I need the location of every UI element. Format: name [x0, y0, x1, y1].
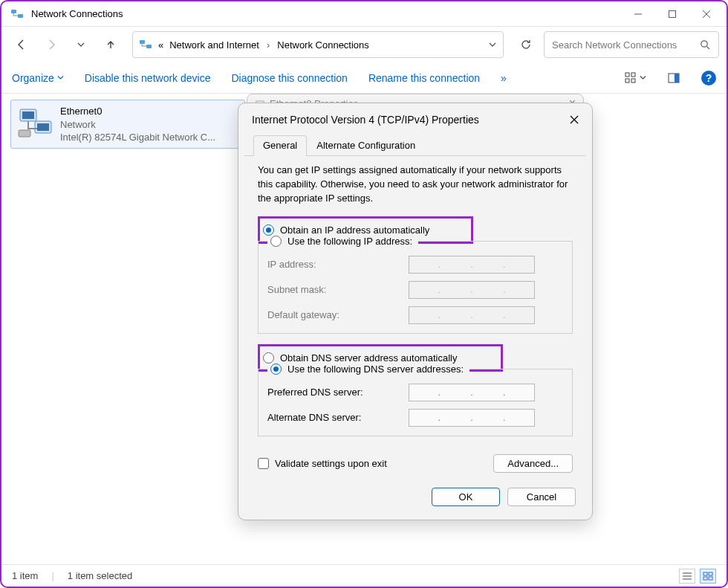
svg-rect-12: [625, 79, 629, 83]
adapter-text: Ethernet0 Network Intel(R) 82574L Gigabi…: [60, 105, 215, 143]
radio-ip-manual[interactable]: Use the following IP address:: [267, 234, 418, 248]
icons-view-button[interactable]: [700, 569, 716, 584]
refresh-button[interactable]: [513, 31, 539, 58]
forward-button[interactable]: [39, 32, 64, 57]
command-bar: Organize Disable this network device Dia…: [1, 62, 727, 94]
preview-pane-button[interactable]: [667, 71, 680, 85]
svg-point-8: [701, 40, 707, 46]
radio-dns-manual[interactable]: Use the following DNS server addresses:: [267, 362, 469, 376]
svg-rect-6: [140, 40, 145, 44]
input-alternate-dns[interactable]: ...: [409, 409, 535, 427]
window-title: Network Connections: [31, 8, 621, 19]
svg-rect-30: [703, 572, 707, 575]
organize-menu[interactable]: Organize: [12, 72, 64, 84]
label-validate: Validate settings upon exit: [275, 458, 387, 469]
rename-button[interactable]: Rename this connection: [368, 72, 480, 84]
radio-dns-manual-label: Use the following DNS server addresses:: [287, 364, 464, 375]
maximize-button[interactable]: [655, 1, 689, 27]
window-frame: Network Connections « Network and Intern…: [0, 0, 728, 588]
tab-general[interactable]: General: [253, 135, 307, 156]
status-selected-count: 1 item selected: [68, 570, 132, 581]
radio-icon: [263, 352, 274, 364]
tab-alternate[interactable]: Alternate Configuration: [307, 135, 425, 156]
svg-rect-7: [146, 45, 152, 48]
dialog-description: You can get IP settings assigned automat…: [258, 164, 573, 206]
app-icon: [10, 7, 24, 21]
radio-ip-manual-label: Use the following IP address:: [287, 236, 412, 247]
dialog-title: Internet Protocol Version 4 (TCP/IPv4) P…: [252, 114, 567, 126]
details-view-button[interactable]: [679, 569, 695, 584]
chevron-down-icon: [640, 74, 646, 81]
adapter-status: Network: [60, 118, 215, 132]
svg-rect-11: [631, 73, 635, 77]
row-preferred-dns: Preferred DNS server: ...: [267, 384, 563, 401]
radio-icon: [270, 364, 282, 375]
view-options-button[interactable]: [624, 71, 646, 85]
row-alternate-dns: Alternate DNS server: ...: [267, 409, 563, 427]
svg-line-9: [707, 46, 710, 49]
disable-device-button[interactable]: Disable this network device: [85, 72, 211, 84]
cancel-button[interactable]: Cancel: [507, 488, 576, 506]
svg-rect-13: [631, 79, 635, 83]
breadcrumb-seg1[interactable]: Network and Internet: [169, 39, 259, 51]
label-ip-address: IP address:: [267, 259, 409, 270]
input-ip-address: ...: [409, 256, 535, 274]
search-input[interactable]: Search Network Connections: [544, 31, 719, 58]
close-button[interactable]: [689, 1, 724, 27]
minimize-button[interactable]: [621, 1, 655, 27]
label-subnet-mask: Subnet mask:: [267, 284, 409, 295]
dialog-close-button[interactable]: [567, 112, 582, 127]
overflow-button[interactable]: »: [501, 72, 507, 84]
input-subnet-mask: ...: [409, 281, 535, 299]
nav-row: « Network and Internet › Network Connect…: [1, 27, 727, 62]
status-separator: |: [51, 570, 53, 581]
row-ip-address: IP address: ...: [267, 256, 563, 274]
svg-rect-33: [709, 577, 712, 580]
svg-rect-1: [18, 14, 23, 18]
location-icon: [139, 38, 152, 51]
help-button[interactable]: ?: [701, 71, 716, 85]
ethernet-adapter-icon: [17, 105, 53, 140]
breadcrumb-seg2[interactable]: Network Connections: [277, 39, 369, 51]
svg-rect-10: [625, 73, 629, 77]
diagnose-button[interactable]: Diagnose this connection: [231, 72, 347, 84]
dialog-buttons: OK Cancel: [238, 476, 592, 509]
label-preferred-dns: Preferred DNS server:: [267, 387, 409, 398]
recent-locations-button[interactable]: [68, 32, 94, 57]
dialog-header: Internet Protocol Version 4 (TCP/IPv4) P…: [238, 103, 592, 135]
validate-row: Validate settings upon exit Advanced...: [258, 454, 573, 473]
address-bar[interactable]: « Network and Internet › Network Connect…: [132, 31, 504, 58]
chevron-right-icon: ›: [267, 39, 270, 51]
svg-rect-0: [11, 10, 16, 13]
adapter-name: Ethernet0: [60, 105, 215, 118]
dialog-body: You can get IP settings assigned automat…: [238, 156, 592, 476]
svg-rect-32: [703, 577, 707, 580]
chevron-down-icon: [57, 74, 64, 81]
status-item-count: 1 item: [12, 570, 38, 581]
label-alternate-dns: Alternate DNS server:: [267, 412, 409, 423]
advanced-button[interactable]: Advanced...: [493, 454, 573, 473]
radio-ip-auto-label: Obtain an IP address automatically: [280, 224, 429, 236]
ip-manual-group: Use the following IP address: IP address…: [258, 241, 573, 334]
svg-rect-15: [675, 74, 679, 83]
svg-rect-17: [22, 112, 34, 119]
breadcrumb-prefix: «: [158, 39, 163, 51]
row-default-gateway: Default gateway: ...: [267, 306, 563, 324]
label-default-gateway: Default gateway:: [267, 309, 409, 320]
dialog-tabs: General Alternate Configuration: [244, 135, 586, 156]
radio-dns-auto-label: Obtain DNS server address automatically: [280, 352, 457, 364]
svg-rect-31: [709, 572, 712, 575]
svg-rect-20: [19, 130, 30, 137]
input-preferred-dns[interactable]: ...: [409, 384, 535, 401]
up-button[interactable]: [98, 32, 123, 57]
back-button[interactable]: [9, 32, 34, 57]
ipv4-properties-dialog: Internet Protocol Version 4 (TCP/IPv4) P…: [238, 103, 593, 520]
checkbox-validate[interactable]: [258, 458, 269, 469]
input-default-gateway: ...: [409, 306, 535, 324]
row-subnet-mask: Subnet mask: ...: [267, 281, 563, 299]
ok-button[interactable]: OK: [432, 488, 500, 506]
address-dropdown[interactable]: [488, 40, 497, 49]
search-placeholder: Search Network Connections: [552, 39, 700, 51]
dns-manual-group: Use the following DNS server addresses: …: [258, 369, 573, 436]
adapter-tile[interactable]: Ethernet0 Network Intel(R) 82574L Gigabi…: [10, 100, 245, 149]
